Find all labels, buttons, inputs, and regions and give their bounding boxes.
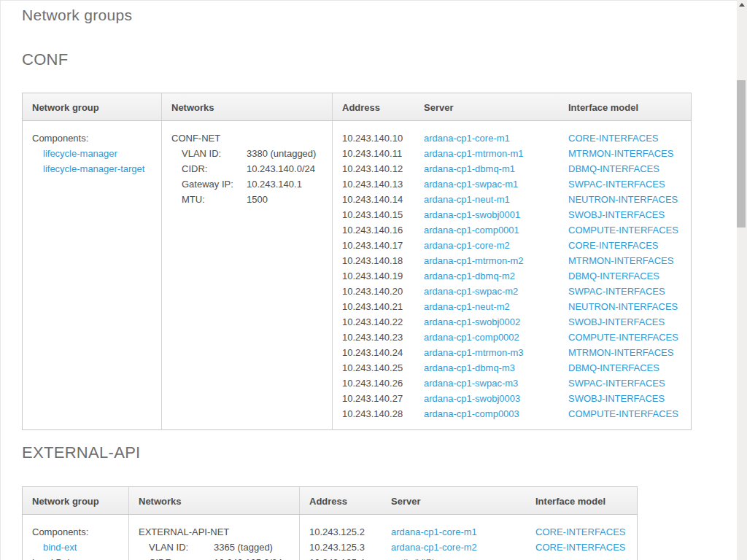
address-value: 10.243.140.14 bbox=[342, 192, 424, 207]
table-row: 10.243.140.16 ardana-cp1-comp0001 COMPUT… bbox=[342, 222, 691, 238]
conf-table-body: Components: lifecycle-managerlifecycle-m… bbox=[23, 121, 691, 430]
section-heading-conf: CONF bbox=[22, 50, 69, 69]
interface-model-link[interactable]: COMPUTE-INTERFACES bbox=[568, 222, 691, 238]
page-left-edge bbox=[0, 0, 1, 560]
address-value: 10.243.140.23 bbox=[342, 330, 424, 345]
server-link[interactable]: ardana-cp1-mtrmon-m1 bbox=[424, 146, 568, 161]
column-header-address: Address bbox=[309, 496, 391, 514]
table-row: 10.243.125.4 extlb (VIP) bbox=[309, 555, 637, 560]
server-link[interactable]: ardana-cp1-dbmq-m2 bbox=[424, 268, 568, 284]
interface-model-link[interactable]: MTRMON-INTERFACES bbox=[568, 345, 691, 360]
address-value: 10.243.140.16 bbox=[342, 222, 424, 238]
external-api-address-header-group: Address Server Interface model bbox=[300, 487, 637, 514]
interface-model-link[interactable] bbox=[535, 555, 637, 560]
table-row: 10.243.140.24 ardana-cp1-mtrmon-m3 MTRMO… bbox=[342, 345, 691, 360]
server-link[interactable]: ardana-cp1-swobj0003 bbox=[424, 391, 568, 406]
address-value: 10.243.125.3 bbox=[309, 540, 391, 555]
network-property-row: CIDR:10.243.140.0/24 bbox=[171, 161, 332, 176]
server-link[interactable]: ardana-cp1-comp0002 bbox=[424, 330, 568, 345]
interface-model-link[interactable]: SWOBJ-INTERFACES bbox=[568, 391, 691, 406]
server-link[interactable]: ardana-cp1-swobj0001 bbox=[424, 207, 568, 222]
interface-model-link[interactable]: CORE-INTERFACES bbox=[568, 131, 691, 146]
vertical-scrollbar-thumb[interactable] bbox=[737, 80, 746, 228]
interface-model-link[interactable]: NEUTRON-INTERFACES bbox=[568, 192, 691, 207]
network-property-value: 3365 (tagged) bbox=[214, 542, 273, 553]
table-row: 10.243.140.25 ardana-cp1-dbmq-m3 DBMQ-IN… bbox=[342, 360, 691, 376]
address-value: 10.243.140.19 bbox=[342, 268, 424, 284]
network-properties: VLAN ID:3365 (tagged) CIDR:10.243.125.0/… bbox=[139, 540, 299, 560]
scrollbar-up-arrow-icon[interactable] bbox=[739, 3, 745, 7]
column-header-network-group: Network group bbox=[23, 487, 129, 514]
table-row: 10.243.125.2 ardana-cp1-core-m1 CORE-INT… bbox=[309, 524, 637, 540]
network-property-value: 1500 bbox=[247, 194, 268, 205]
server-link[interactable]: ardana-cp1-swpac-m2 bbox=[424, 284, 568, 299]
server-link[interactable]: ardana-cp1-core-m1 bbox=[424, 131, 568, 146]
interface-model-link[interactable]: SWPAC-INTERFACES bbox=[568, 376, 691, 391]
server-link[interactable]: ardana-cp1-dbmq-m3 bbox=[424, 360, 568, 376]
interface-model-link[interactable]: COMPUTE-INTERFACES bbox=[568, 406, 691, 421]
server-link[interactable]: ardana-cp1-comp0003 bbox=[424, 406, 568, 421]
server-link[interactable]: extlb (VIP) bbox=[391, 555, 535, 560]
interface-model-link[interactable]: MTRMON-INTERFACES bbox=[568, 253, 691, 268]
interface-model-link[interactable]: SWPAC-INTERFACES bbox=[568, 284, 691, 299]
server-link[interactable]: ardana-cp1-core-m1 bbox=[391, 524, 535, 540]
table-row: 10.243.140.13 ardana-cp1-swpac-m1 SWPAC-… bbox=[342, 176, 691, 192]
component-link[interactable]: lifecycle-manager bbox=[32, 146, 161, 161]
column-header-networks: Networks bbox=[162, 93, 333, 120]
external-api-table-body: Components: bind-ext Load Balancers: EXT… bbox=[23, 515, 637, 560]
component-link[interactable]: bind-ext bbox=[32, 540, 128, 555]
interface-model-link[interactable]: NEUTRON-INTERFACES bbox=[568, 299, 691, 314]
network-property-label: Gateway IP: bbox=[182, 176, 247, 192]
server-link[interactable]: ardana-cp1-mtrmon-m3 bbox=[424, 345, 568, 360]
server-link[interactable]: ardana-cp1-swobj0002 bbox=[424, 314, 568, 330]
server-link[interactable]: ardana-cp1-neut-m1 bbox=[424, 192, 568, 207]
interface-model-link[interactable]: COMPUTE-INTERFACES bbox=[568, 330, 691, 345]
column-header-network-group: Network group bbox=[23, 93, 162, 120]
column-header-server: Server bbox=[391, 496, 535, 514]
address-value: 10.243.140.27 bbox=[342, 391, 424, 406]
address-value: 10.243.140.12 bbox=[342, 161, 424, 176]
column-header-networks: Networks bbox=[129, 487, 300, 514]
address-value: 10.243.140.24 bbox=[342, 345, 424, 360]
address-value: 10.243.125.4 bbox=[309, 555, 391, 560]
page-top-edge bbox=[0, 0, 747, 1]
address-value: 10.243.140.17 bbox=[342, 238, 424, 253]
interface-model-link[interactable]: SWOBJ-INTERFACES bbox=[568, 314, 691, 330]
external-api-table-header-row: Network group Networks Address Server In… bbox=[23, 487, 637, 515]
interface-model-link[interactable]: CORE-INTERFACES bbox=[568, 238, 691, 253]
network-property-value: 3380 (untagged) bbox=[247, 148, 316, 159]
table-row: 10.243.140.19 ardana-cp1-dbmq-m2 DBMQ-IN… bbox=[342, 268, 691, 284]
table-row: 10.243.140.23 ardana-cp1-comp0002 COMPUT… bbox=[342, 330, 691, 345]
conf-networks-cell: CONF-NET VLAN ID:3380 (untagged) CIDR:10… bbox=[162, 121, 333, 430]
table-row: 10.243.140.26 ardana-cp1-swpac-m3 SWPAC-… bbox=[342, 376, 691, 391]
server-link[interactable]: ardana-cp1-mtrmon-m2 bbox=[424, 253, 568, 268]
external-api-network-group-cell: Components: bind-ext Load Balancers: bbox=[23, 515, 129, 560]
network-property-label: VLAN ID: bbox=[182, 146, 247, 161]
interface-model-link[interactable]: CORE-INTERFACES bbox=[535, 540, 637, 555]
conf-network-group-cell: Components: lifecycle-managerlifecycle-m… bbox=[23, 121, 162, 430]
network-property-value: 10.243.140.1 bbox=[247, 179, 302, 190]
interface-model-link[interactable]: SWOBJ-INTERFACES bbox=[568, 207, 691, 222]
external-api-address-list: 10.243.125.2 ardana-cp1-core-m1 CORE-INT… bbox=[300, 515, 637, 560]
server-link[interactable]: ardana-cp1-core-m2 bbox=[391, 540, 535, 555]
server-link[interactable]: ardana-cp1-dbmq-m1 bbox=[424, 161, 568, 176]
server-link[interactable]: ardana-cp1-comp0001 bbox=[424, 222, 568, 238]
interface-model-link[interactable]: SWPAC-INTERFACES bbox=[568, 176, 691, 192]
interface-model-link[interactable]: CORE-INTERFACES bbox=[535, 524, 637, 540]
interface-model-link[interactable]: DBMQ-INTERFACES bbox=[568, 360, 691, 376]
page-title: Network groups bbox=[22, 7, 132, 24]
component-link-list: lifecycle-managerlifecycle-manager-targe… bbox=[32, 146, 161, 176]
network-property-row: VLAN ID:3365 (tagged) bbox=[139, 540, 299, 555]
table-row: 10.243.140.17 ardana-cp1-core-m2 CORE-IN… bbox=[342, 238, 691, 253]
server-link[interactable]: ardana-cp1-neut-m2 bbox=[424, 299, 568, 314]
server-link[interactable]: ardana-cp1-swpac-m3 bbox=[424, 376, 568, 391]
conf-address-list: 10.243.140.10 ardana-cp1-core-m1 CORE-IN… bbox=[333, 121, 691, 430]
component-link[interactable]: lifecycle-manager-target bbox=[32, 161, 161, 176]
server-link[interactable]: ardana-cp1-core-m2 bbox=[424, 238, 568, 253]
server-link[interactable]: ardana-cp1-swpac-m1 bbox=[424, 176, 568, 192]
network-properties: VLAN ID:3380 (untagged) CIDR:10.243.140.… bbox=[171, 146, 332, 207]
interface-model-link[interactable]: DBMQ-INTERFACES bbox=[568, 161, 691, 176]
interface-model-link[interactable]: DBMQ-INTERFACES bbox=[568, 268, 691, 284]
table-row: 10.243.125.3 ardana-cp1-core-m2 CORE-INT… bbox=[309, 540, 637, 555]
interface-model-link[interactable]: MTRMON-INTERFACES bbox=[568, 146, 691, 161]
